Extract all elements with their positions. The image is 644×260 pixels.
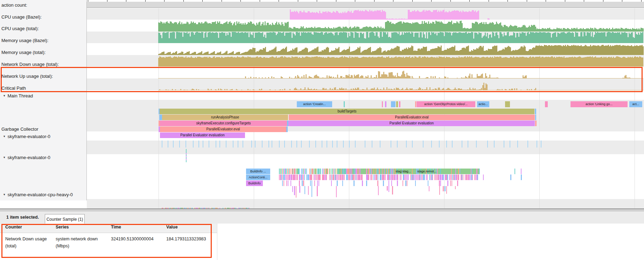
trace-sliver xyxy=(377,175,377,180)
sidebar-item-0[interactable]: action count: xyxy=(0,2,88,8)
gc-tick xyxy=(179,141,180,148)
sidebar-item-6[interactable]: Network Up usage (total): xyxy=(0,73,88,79)
trace-event[interactable]: BuildInfo xyxy=(246,180,263,186)
trace-sliver xyxy=(413,175,414,180)
trace-event[interactable] xyxy=(385,101,386,107)
trace-event[interactable]: skyframeExecutor.configureTargets xyxy=(160,121,287,126)
trace-sliver xyxy=(304,169,305,174)
gc-tick xyxy=(355,141,356,148)
trace-sliver xyxy=(460,169,460,174)
tab-counter-sample[interactable]: Counter Sample (1) xyxy=(45,214,85,224)
gc-tick xyxy=(226,141,226,148)
timeline-canvas[interactable]: action 'Creatin...action 'GenObjcProtos … xyxy=(0,8,644,208)
trace-event[interactable]: action 'GenObjcProtos video/... xyxy=(416,101,475,107)
trace-sliver xyxy=(439,175,439,180)
trace-sliver xyxy=(317,175,317,180)
sidebar-item-5[interactable]: Network Down usage (total): xyxy=(0,61,88,67)
trace-sliver xyxy=(435,175,436,180)
trace-event[interactable] xyxy=(535,109,536,114)
trace-sliver xyxy=(324,169,325,174)
trace-event[interactable] xyxy=(545,101,548,107)
trace-event[interactable]: buildTargets xyxy=(160,109,534,114)
sidebar-item-9[interactable]: Garbage Collector xyxy=(0,126,88,132)
trace-event[interactable] xyxy=(391,101,396,107)
trace-sliver xyxy=(293,169,293,174)
trace-event[interactable] xyxy=(399,101,400,107)
collapse-arrow-icon[interactable]: ▾ xyxy=(4,135,5,138)
sidebar-item-10[interactable]: ▾skyframe-evaluator-0 xyxy=(0,134,86,139)
trace-sliver xyxy=(434,175,435,180)
gc-tick xyxy=(268,141,269,148)
gc-tick xyxy=(431,141,432,148)
trace-sliver xyxy=(469,175,470,180)
panel-resize-handle[interactable] xyxy=(0,208,644,211)
trace-event[interactable] xyxy=(396,101,398,107)
trace-event[interactable] xyxy=(286,126,288,132)
collapse-arrow-icon[interactable]: ▾ xyxy=(4,94,5,97)
trace-sliver xyxy=(296,169,296,174)
sidebar-item-4[interactable]: Memory usage (total): xyxy=(0,49,88,55)
collapse-arrow-icon[interactable]: ▾ xyxy=(4,156,5,159)
trace-sliver xyxy=(385,169,386,174)
gc-tick xyxy=(439,141,440,148)
trace-sliver xyxy=(316,169,316,174)
sidebar-item-11[interactable]: ▾skyframe-evaluator-0 xyxy=(0,155,86,160)
trace-sliver xyxy=(477,175,478,180)
trace-event[interactable]: Parallel Evaluator evaluation xyxy=(160,132,245,138)
trace-event[interactable] xyxy=(159,115,162,120)
table-cell: system network down (Mbps) xyxy=(56,235,98,249)
sidebar-item-3[interactable]: Memory usage (Bazel): xyxy=(0,37,88,43)
trace-event[interactable]: ParallelEvaluator.eval xyxy=(289,115,535,120)
trace-event[interactable]: action 'Linking go... xyxy=(570,101,628,107)
trace-event[interactable] xyxy=(505,101,510,107)
trace-sliver xyxy=(374,175,375,180)
gc-tick xyxy=(168,141,168,148)
gc-tick xyxy=(209,141,209,148)
process-header[interactable]: ▾ Process 1 xyxy=(0,2,644,8)
collapse-arrow-icon[interactable]: ▾ xyxy=(4,193,5,196)
trace-sliver xyxy=(367,169,368,174)
gc-tick xyxy=(391,141,391,148)
trace-sliver xyxy=(343,169,344,174)
gc-tick xyxy=(332,141,333,148)
trace-event[interactable] xyxy=(344,101,345,107)
trace-event[interactable]: Parallel Evaluator evaluation xyxy=(288,121,535,126)
trace-event[interactable]: BuildInfo ... xyxy=(246,169,270,174)
trace-sliver xyxy=(302,169,303,174)
trace-sliver xyxy=(426,175,427,180)
trace-event[interactable]: ActionConti... xyxy=(246,175,270,180)
gc-tick xyxy=(446,141,447,148)
gc-tick xyxy=(537,141,537,148)
trace-sliver xyxy=(439,180,440,186)
trace-event[interactable] xyxy=(415,101,416,107)
trace-event[interactable]: action 'Creatin... xyxy=(297,101,332,107)
trace-event[interactable]: actio... xyxy=(477,101,489,107)
trace-sliver xyxy=(387,186,388,191)
gc-tick xyxy=(233,141,233,148)
trace-sliver xyxy=(405,175,406,180)
trace-event[interactable]: act... xyxy=(629,101,642,107)
trace-event[interactable]: ParallelEvaluator.eval xyxy=(160,126,286,132)
trace-sliver xyxy=(349,169,350,174)
sidebar-item-2[interactable]: CPU usage (total): xyxy=(0,26,88,31)
trace-sliver xyxy=(424,175,425,180)
trace-sliver xyxy=(392,186,393,194)
gc-tick xyxy=(309,141,310,148)
trace-event[interactable]: runAnalysisPhase xyxy=(162,115,288,120)
trace-sliver xyxy=(279,175,280,180)
trace-sliver xyxy=(391,169,392,174)
trace-event[interactable] xyxy=(535,121,537,126)
sidebar-item-12[interactable]: ▾skyframe-evaluator-cpu-heavy-0 xyxy=(0,192,86,197)
counter-sample-table: CounterSeriesTimeValue Network Down usag… xyxy=(0,224,644,260)
trace-event[interactable] xyxy=(535,115,536,120)
sidebar-item-7[interactable]: Critical Path xyxy=(0,85,88,91)
gc-tick xyxy=(315,141,316,148)
sidebar-item-1[interactable]: CPU usage (Bazel): xyxy=(0,14,88,20)
trace-sliver xyxy=(337,175,337,180)
trace-sliver xyxy=(429,186,429,191)
trace-sliver xyxy=(428,180,428,186)
trace-event[interactable] xyxy=(382,101,383,107)
trace-sliver xyxy=(354,175,354,180)
sidebar-item-8[interactable]: ▾Main Thread xyxy=(0,93,86,98)
trace-sliver xyxy=(412,169,413,174)
